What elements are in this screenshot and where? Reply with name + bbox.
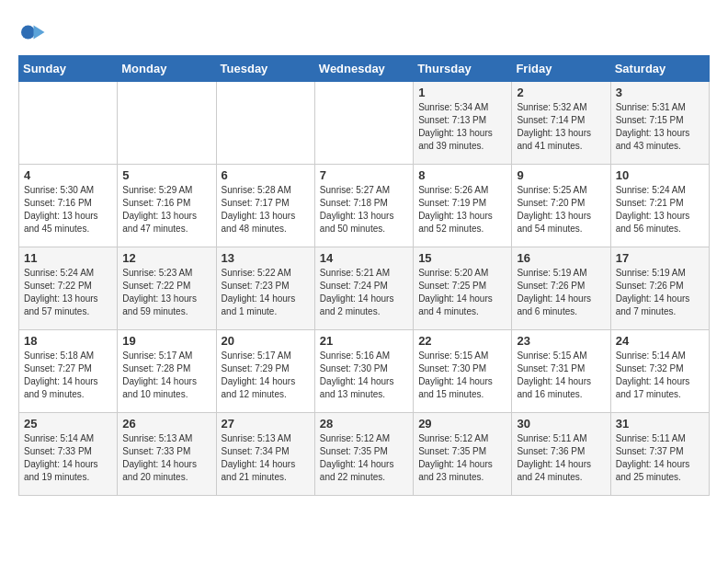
calendar-cell: 9Sunrise: 5:25 AM Sunset: 7:20 PM Daylig… bbox=[512, 165, 610, 247]
day-number: 17 bbox=[616, 251, 704, 265]
calendar-cell: 3Sunrise: 5:31 AM Sunset: 7:15 PM Daylig… bbox=[610, 82, 709, 165]
day-info: Sunrise: 5:31 AM Sunset: 7:15 PM Dayligh… bbox=[616, 101, 704, 153]
calendar-cell: 16Sunrise: 5:19 AM Sunset: 7:26 PM Dayli… bbox=[512, 247, 610, 330]
calendar-cell: 4Sunrise: 5:30 AM Sunset: 7:16 PM Daylig… bbox=[19, 165, 118, 247]
calendar-cell: 30Sunrise: 5:11 AM Sunset: 7:36 PM Dayli… bbox=[512, 413, 610, 496]
day-number: 25 bbox=[24, 417, 112, 431]
calendar-header-row: SundayMondayTuesdayWednesdayThursdayFrid… bbox=[19, 56, 710, 82]
day-info: Sunrise: 5:32 AM Sunset: 7:14 PM Dayligh… bbox=[517, 101, 605, 153]
calendar-cell: 26Sunrise: 5:13 AM Sunset: 7:33 PM Dayli… bbox=[118, 413, 216, 496]
calendar-cell: 15Sunrise: 5:20 AM Sunset: 7:25 PM Dayli… bbox=[414, 247, 512, 330]
calendar-cell: 10Sunrise: 5:24 AM Sunset: 7:21 PM Dayli… bbox=[610, 165, 709, 247]
calendar-cell: 27Sunrise: 5:13 AM Sunset: 7:34 PM Dayli… bbox=[216, 413, 314, 496]
day-number: 6 bbox=[222, 168, 310, 182]
day-info: Sunrise: 5:30 AM Sunset: 7:16 PM Dayligh… bbox=[24, 184, 112, 236]
day-number: 10 bbox=[616, 168, 704, 182]
day-info: Sunrise: 5:27 AM Sunset: 7:18 PM Dayligh… bbox=[320, 184, 408, 236]
day-info: Sunrise: 5:22 AM Sunset: 7:23 PM Dayligh… bbox=[222, 267, 310, 318]
day-number: 28 bbox=[320, 417, 408, 431]
day-info: Sunrise: 5:25 AM Sunset: 7:20 PM Dayligh… bbox=[517, 184, 605, 236]
day-info: Sunrise: 5:24 AM Sunset: 7:22 PM Dayligh… bbox=[24, 267, 112, 318]
day-info: Sunrise: 5:13 AM Sunset: 7:34 PM Dayligh… bbox=[222, 432, 310, 484]
day-number: 20 bbox=[222, 334, 310, 348]
header-thursday: Thursday bbox=[414, 56, 512, 82]
header-sunday: Sunday bbox=[19, 56, 118, 82]
day-number: 12 bbox=[122, 251, 210, 265]
calendar-cell: 6Sunrise: 5:28 AM Sunset: 7:17 PM Daylig… bbox=[216, 165, 314, 247]
calendar-cell: 20Sunrise: 5:17 AM Sunset: 7:29 PM Dayli… bbox=[216, 330, 314, 413]
day-number: 24 bbox=[616, 334, 704, 348]
header-friday: Friday bbox=[512, 56, 610, 82]
calendar-cell: 7Sunrise: 5:27 AM Sunset: 7:18 PM Daylig… bbox=[314, 165, 413, 247]
calendar-cell: 31Sunrise: 5:11 AM Sunset: 7:37 PM Dayli… bbox=[610, 413, 709, 496]
day-number: 15 bbox=[418, 251, 506, 265]
calendar-cell: 23Sunrise: 5:15 AM Sunset: 7:31 PM Dayli… bbox=[512, 330, 610, 413]
day-number: 23 bbox=[517, 334, 605, 348]
day-info: Sunrise: 5:12 AM Sunset: 7:35 PM Dayligh… bbox=[320, 432, 408, 484]
day-info: Sunrise: 5:23 AM Sunset: 7:22 PM Dayligh… bbox=[122, 267, 210, 318]
week-row-1: 4Sunrise: 5:30 AM Sunset: 7:16 PM Daylig… bbox=[19, 165, 710, 247]
day-info: Sunrise: 5:15 AM Sunset: 7:31 PM Dayligh… bbox=[517, 350, 605, 401]
calendar-cell: 19Sunrise: 5:17 AM Sunset: 7:28 PM Dayli… bbox=[118, 330, 216, 413]
header-saturday: Saturday bbox=[610, 56, 709, 82]
day-number: 5 bbox=[122, 168, 210, 182]
day-number: 29 bbox=[418, 417, 506, 431]
page-header bbox=[18, 18, 710, 46]
header-tuesday: Tuesday bbox=[216, 56, 314, 82]
calendar-cell bbox=[19, 82, 118, 165]
day-info: Sunrise: 5:11 AM Sunset: 7:37 PM Dayligh… bbox=[616, 432, 704, 484]
day-number: 4 bbox=[24, 168, 112, 182]
day-info: Sunrise: 5:19 AM Sunset: 7:26 PM Dayligh… bbox=[517, 267, 605, 318]
day-info: Sunrise: 5:34 AM Sunset: 7:13 PM Dayligh… bbox=[418, 101, 506, 153]
calendar-cell: 1Sunrise: 5:34 AM Sunset: 7:13 PM Daylig… bbox=[414, 82, 512, 165]
day-number: 3 bbox=[616, 86, 704, 99]
day-number: 13 bbox=[222, 251, 310, 265]
day-number: 31 bbox=[616, 417, 704, 431]
day-info: Sunrise: 5:14 AM Sunset: 7:32 PM Dayligh… bbox=[616, 350, 704, 401]
calendar-cell bbox=[118, 82, 216, 165]
day-info: Sunrise: 5:16 AM Sunset: 7:30 PM Dayligh… bbox=[320, 350, 408, 401]
calendar-cell bbox=[314, 82, 413, 165]
day-info: Sunrise: 5:20 AM Sunset: 7:25 PM Dayligh… bbox=[418, 267, 506, 318]
calendar-cell bbox=[216, 82, 314, 165]
calendar-table: SundayMondayTuesdayWednesdayThursdayFrid… bbox=[18, 55, 710, 496]
svg-marker-1 bbox=[34, 26, 45, 40]
calendar-cell: 12Sunrise: 5:23 AM Sunset: 7:22 PM Dayli… bbox=[118, 247, 216, 330]
day-number: 9 bbox=[517, 168, 605, 182]
header-wednesday: Wednesday bbox=[314, 56, 413, 82]
calendar-cell: 22Sunrise: 5:15 AM Sunset: 7:30 PM Dayli… bbox=[414, 330, 512, 413]
calendar-cell: 17Sunrise: 5:19 AM Sunset: 7:26 PM Dayli… bbox=[610, 247, 709, 330]
day-info: Sunrise: 5:18 AM Sunset: 7:27 PM Dayligh… bbox=[24, 350, 112, 401]
calendar-cell: 11Sunrise: 5:24 AM Sunset: 7:22 PM Dayli… bbox=[19, 247, 118, 330]
day-info: Sunrise: 5:19 AM Sunset: 7:26 PM Dayligh… bbox=[616, 267, 704, 318]
day-number: 27 bbox=[222, 417, 310, 431]
day-number: 16 bbox=[517, 251, 605, 265]
day-info: Sunrise: 5:14 AM Sunset: 7:33 PM Dayligh… bbox=[24, 432, 112, 484]
day-number: 14 bbox=[320, 251, 408, 265]
calendar-cell: 5Sunrise: 5:29 AM Sunset: 7:16 PM Daylig… bbox=[118, 165, 216, 247]
calendar-cell: 25Sunrise: 5:14 AM Sunset: 7:33 PM Dayli… bbox=[19, 413, 118, 496]
day-number: 1 bbox=[418, 86, 506, 99]
day-info: Sunrise: 5:24 AM Sunset: 7:21 PM Dayligh… bbox=[616, 184, 704, 236]
calendar-cell: 18Sunrise: 5:18 AM Sunset: 7:27 PM Dayli… bbox=[19, 330, 118, 413]
day-info: Sunrise: 5:21 AM Sunset: 7:24 PM Dayligh… bbox=[320, 267, 408, 318]
week-row-4: 25Sunrise: 5:14 AM Sunset: 7:33 PM Dayli… bbox=[19, 413, 710, 496]
day-info: Sunrise: 5:12 AM Sunset: 7:35 PM Dayligh… bbox=[418, 432, 506, 484]
day-info: Sunrise: 5:17 AM Sunset: 7:29 PM Dayligh… bbox=[222, 350, 310, 401]
day-info: Sunrise: 5:26 AM Sunset: 7:19 PM Dayligh… bbox=[418, 184, 506, 236]
day-info: Sunrise: 5:28 AM Sunset: 7:17 PM Dayligh… bbox=[222, 184, 310, 236]
day-number: 19 bbox=[122, 334, 210, 348]
day-number: 8 bbox=[418, 168, 506, 182]
header-monday: Monday bbox=[118, 56, 216, 82]
calendar-cell: 8Sunrise: 5:26 AM Sunset: 7:19 PM Daylig… bbox=[414, 165, 512, 247]
day-number: 2 bbox=[517, 86, 605, 99]
day-info: Sunrise: 5:11 AM Sunset: 7:36 PM Dayligh… bbox=[517, 432, 605, 484]
calendar-cell: 28Sunrise: 5:12 AM Sunset: 7:35 PM Dayli… bbox=[314, 413, 413, 496]
calendar-cell: 2Sunrise: 5:32 AM Sunset: 7:14 PM Daylig… bbox=[512, 82, 610, 165]
calendar-cell: 13Sunrise: 5:22 AM Sunset: 7:23 PM Dayli… bbox=[216, 247, 314, 330]
day-number: 7 bbox=[320, 168, 408, 182]
calendar-cell: 14Sunrise: 5:21 AM Sunset: 7:24 PM Dayli… bbox=[314, 247, 413, 330]
day-number: 22 bbox=[418, 334, 506, 348]
day-number: 18 bbox=[24, 334, 112, 348]
day-info: Sunrise: 5:13 AM Sunset: 7:33 PM Dayligh… bbox=[122, 432, 210, 484]
